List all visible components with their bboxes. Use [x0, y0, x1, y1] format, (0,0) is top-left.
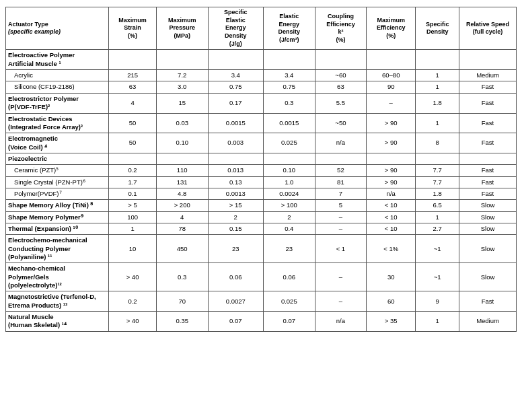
cell-value: > 100	[264, 200, 315, 211]
cell-value: n/a	[315, 133, 367, 153]
table-row: Ceramic (PZT)⁵0.21100.0130.1052> 907.7Fa…	[6, 165, 517, 176]
cell-value: n/a	[315, 312, 367, 332]
cell-value: 1.0	[264, 176, 315, 188]
cell-value: 0.3	[264, 93, 315, 113]
cell-value: Slow	[459, 200, 517, 211]
table-row: Electrostatic Devices (Integrated Force …	[6, 113, 517, 133]
table-row: Shape Memory Alloy (TiNi) ⁸> 5> 200> 15>…	[6, 200, 517, 211]
cell-value: 0.0015	[264, 113, 315, 133]
cell-value: > 90	[367, 113, 416, 133]
cell-value: 0.10	[156, 133, 208, 153]
cell-value: 0.10	[264, 165, 315, 176]
cell-value: 7.7	[416, 165, 459, 176]
cell-value: 7.7	[416, 176, 459, 188]
cell-value: 1	[416, 113, 459, 133]
cell-actuator-name: Natural Muscle (Human Skeletal) ¹⁴	[6, 312, 109, 332]
cell-value	[416, 50, 459, 70]
cell-value: > 15	[208, 200, 264, 211]
cell-value: Fast	[459, 113, 517, 133]
cell-value	[156, 153, 208, 164]
cell-value: 5.5	[315, 93, 367, 113]
table-row: Shape Memory Polymer⁹100422–< 101Slow	[6, 211, 517, 223]
cell-actuator-name: Electroactive Polymer Artificial Muscle …	[6, 50, 109, 70]
cell-value: –	[367, 93, 416, 113]
cell-value: ~50	[315, 113, 367, 133]
cell-value: > 90	[367, 176, 416, 188]
cell-actuator-name: Single Crystal (PZN-PT)⁶	[6, 176, 109, 188]
cell-value: 30	[367, 263, 416, 291]
cell-value: Slow	[459, 211, 517, 223]
cell-value: < 10	[367, 200, 416, 211]
header-coupling: Coupling Efficiency k² (%)	[315, 7, 367, 50]
cell-value: –	[315, 223, 367, 234]
table-row: Electrochemo-mechanical Conducting Polym…	[6, 235, 517, 263]
cell-value: 0.003	[208, 133, 264, 153]
cell-value: 110	[156, 165, 208, 176]
cell-value: 0.03	[156, 113, 208, 133]
cell-value	[208, 153, 264, 164]
cell-value	[459, 153, 517, 164]
cell-value: 0.2	[109, 165, 157, 176]
table-row: Polymer(PVDF)⁷0.14.80.00130.00247n/a1.8F…	[6, 188, 517, 199]
cell-actuator-name: Electrochemo-mechanical Conducting Polym…	[6, 235, 109, 263]
cell-value: 7	[315, 188, 367, 199]
cell-value: 1	[416, 70, 459, 81]
cell-value: < 10	[367, 211, 416, 223]
header-elastic: Elastic Energy Density (J/cm³)	[264, 7, 315, 50]
cell-value: 0.025	[264, 133, 315, 153]
cell-value: 1	[109, 223, 157, 234]
cell-actuator-name: Thermal (Expansion) ¹⁰	[6, 223, 109, 234]
cell-value: 0.35	[156, 312, 208, 332]
cell-value: –	[315, 211, 367, 223]
table-row: Acrylic2157.23.43.4~6060–801Medium	[6, 70, 517, 81]
cell-value: 23	[264, 235, 315, 263]
table-row: Electroactive Polymer Artificial Muscle …	[6, 50, 517, 70]
cell-value: 52	[315, 165, 367, 176]
cell-value: > 40	[109, 312, 157, 332]
cell-value: 1.8	[416, 188, 459, 199]
cell-value: 15	[156, 93, 208, 113]
cell-value: –	[315, 263, 367, 291]
cell-value: < 1%	[367, 235, 416, 263]
cell-value	[264, 50, 315, 70]
cell-value: 50	[109, 133, 157, 153]
cell-value: Slow	[459, 235, 517, 263]
cell-value: Fast	[459, 188, 517, 199]
cell-value: 0.0013	[208, 188, 264, 199]
cell-value	[367, 50, 416, 70]
cell-value: 0.13	[208, 176, 264, 188]
cell-value: Slow	[459, 263, 517, 291]
header-rel-speed: Relative Speed (full cycle)	[459, 7, 517, 50]
cell-value: 0.025	[264, 291, 315, 312]
cell-value: Fast	[459, 291, 517, 312]
cell-value: 0.75	[208, 81, 264, 93]
cell-value	[416, 153, 459, 164]
table-row: Natural Muscle (Human Skeletal) ¹⁴> 400.…	[6, 312, 517, 332]
table-row: Mechano-chemical Polymer/Gels (polyelect…	[6, 263, 517, 291]
cell-value: Fast	[459, 176, 517, 188]
cell-value: 0.0024	[264, 188, 315, 199]
cell-value: n/a	[367, 188, 416, 199]
cell-value: Fast	[459, 165, 517, 176]
cell-value: 63	[109, 81, 157, 93]
cell-actuator-name: Electrostatic Devices (Integrated Force …	[6, 113, 109, 133]
cell-value: 4	[109, 93, 157, 113]
cell-value: 0.07	[208, 312, 264, 332]
cell-value	[264, 153, 315, 164]
cell-value	[109, 50, 157, 70]
cell-value: 1	[416, 81, 459, 93]
cell-value: Medium	[459, 70, 517, 81]
cell-value: ~1	[416, 263, 459, 291]
cell-value: 1.7	[109, 176, 157, 188]
cell-value: 100	[109, 211, 157, 223]
cell-value: > 200	[156, 200, 208, 211]
comparison-table: Actuator Type(specific example) Maximum …	[5, 7, 517, 332]
cell-value: 0.3	[156, 263, 208, 291]
cell-value: 0.15	[208, 223, 264, 234]
table-row: Silicone (CF19-2186)633.00.750.7563901Fa…	[6, 81, 517, 93]
cell-value: ~60	[315, 70, 367, 81]
cell-value: 70	[156, 291, 208, 312]
cell-value: 2	[208, 211, 264, 223]
cell-value: 23	[208, 235, 264, 263]
cell-actuator-name: Silicone (CF19-2186)	[6, 81, 109, 93]
